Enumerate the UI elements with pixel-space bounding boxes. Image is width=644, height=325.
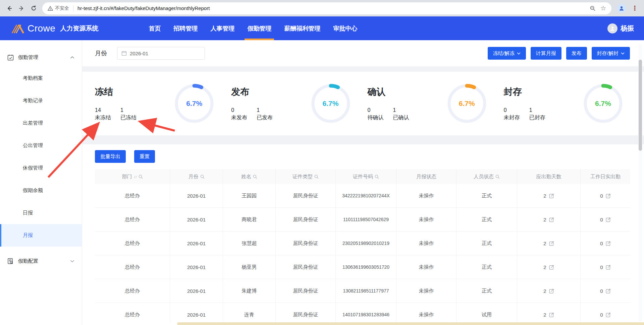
table-body: 总经办 2026-01 王园园 居民身份证 34222219810207244X… [95, 184, 630, 322]
freeze-unfreeze-button[interactable]: 冻结/解冻 [488, 47, 526, 60]
system-name: 人力资源系统 [60, 24, 98, 33]
cell-cert-no: 130821198511177977 [336, 279, 396, 303]
nav-menu-item[interactable]: 假勤管理 [247, 16, 271, 40]
cell-month: 2026-01 [170, 184, 223, 207]
edit-icon[interactable] [549, 312, 554, 317]
bookmark-star-icon[interactable]: ☆ [600, 5, 606, 11]
document-search-icon [7, 258, 14, 264]
cell-person-status: 正式 [457, 255, 517, 279]
sidebar-item[interactable]: 考勤档案 [0, 67, 82, 89]
security-label: 不安全 [55, 5, 69, 11]
status-right-value: 1 [393, 107, 409, 113]
sidebar-item[interactable]: 休假管理 [0, 157, 82, 179]
edit-icon[interactable] [549, 241, 554, 246]
search-icon[interactable] [253, 175, 257, 179]
edit-icon[interactable] [606, 265, 611, 270]
table-header-cell[interactable]: 证件号码 ↓↑ [336, 169, 396, 184]
month-picker-input[interactable]: 2026-01 [117, 47, 205, 60]
reload-icon[interactable] [28, 2, 40, 14]
reset-button[interactable]: 重置 [134, 150, 155, 163]
edit-icon[interactable] [606, 193, 611, 198]
month-label: 月份 [95, 49, 107, 57]
status-left-value: 14 [95, 107, 111, 113]
table-toolbar: 批量导出 重置 [95, 150, 644, 163]
cell-month: 2026-01 [170, 208, 223, 231]
table-row: 总经办 2026-01 杨亚男 居民身份证 130636199603051720… [95, 255, 630, 279]
cell-workday-actual: 0 [581, 232, 630, 255]
sidebar-item[interactable]: 考勤记录 [0, 89, 82, 112]
table-header-cell[interactable]: 工作日实出勤 ↓↑ [581, 169, 630, 184]
url-text[interactable]: hr-test.zjf-it.cn/#/fakeDuty/fakeDutyMan… [77, 5, 590, 11]
table-header-cell[interactable]: 月份 ↓↑ [170, 169, 223, 184]
browser-profile-icon[interactable] [617, 4, 626, 13]
edit-icon[interactable] [606, 217, 611, 222]
nav-menu-item[interactable]: 审批中心 [333, 16, 357, 40]
edit-icon[interactable] [606, 241, 611, 246]
table-header-cell[interactable]: 月报状态 ↓↑ [396, 169, 457, 184]
cell-person-status: 试用 [457, 303, 517, 322]
table-row: 总经办 2026-01 连青 居民身份证 140107198301283946 … [95, 303, 630, 322]
report-table-panel: 批量导出 重置 部门 ↓↑ 月份 ↓↑ 姓名 [82, 144, 644, 325]
search-icon[interactable] [495, 175, 500, 179]
sidebar-item[interactable]: 日报 [0, 202, 82, 224]
cell-report-status: 未操作 [396, 208, 457, 231]
forward-icon[interactable] [15, 2, 28, 14]
nav-menu-item[interactable]: 薪酬福利管理 [284, 16, 320, 40]
vertical-scrollbar[interactable] [638, 44, 642, 322]
sort-icon[interactable]: ↓↑ [134, 175, 137, 179]
calendar-icon [121, 51, 127, 56]
edit-icon[interactable] [549, 193, 554, 198]
cell-workday-actual: 0 [581, 208, 630, 231]
sidebar-item[interactable]: 月报 [0, 224, 82, 247]
sidebar-item[interactable]: 公出管理 [0, 134, 82, 157]
donut-percent-label: 6.7% [173, 83, 215, 124]
cell-cert-no: 34222219810207244X [336, 184, 396, 207]
table-header-cell[interactable]: 部门 ↓↑ [95, 169, 170, 184]
search-icon[interactable] [314, 175, 319, 179]
user-widget[interactable]: 杨振 [607, 23, 634, 34]
edit-icon[interactable] [606, 288, 611, 294]
security-chip[interactable]: 不安全 [48, 5, 73, 11]
search-icon[interactable] [375, 175, 379, 179]
status-card-title: 发布 [231, 86, 273, 98]
calculate-report-button[interactable]: 计算月报 [531, 47, 561, 60]
sidebar-item[interactable]: 假期余额 [0, 179, 82, 202]
edit-icon[interactable] [606, 312, 611, 317]
zoom-icon[interactable] [590, 5, 596, 11]
status-left-label: 待确认 [368, 114, 384, 121]
edit-icon[interactable] [549, 217, 554, 222]
edit-icon[interactable] [549, 288, 554, 294]
sidebar-group-attendance[interactable]: 假勤管理 [0, 48, 82, 67]
nav-menu-item[interactable]: 首页 [149, 16, 161, 40]
publish-button[interactable]: 发布 [566, 47, 587, 60]
horizontal-scrollbar[interactable] [177, 322, 644, 325]
nav-menu-item[interactable]: 招聘管理 [173, 16, 198, 40]
search-icon[interactable] [200, 175, 205, 179]
report-actions: 冻结/解冻 计算月报 发布 封存/解封 [488, 47, 638, 60]
browser-menu-icon[interactable]: ⋮ [629, 4, 641, 12]
vertical-scrollbar-thumb[interactable] [639, 60, 642, 151]
archive-unarchive-button[interactable]: 封存/解封 [592, 47, 630, 60]
table-header-cell[interactable]: 证件类型 ↓↑ [276, 169, 336, 184]
status-right-value: 1 [257, 107, 273, 113]
table-header-cell[interactable]: 应出勤天数 ↓↑ [517, 169, 581, 184]
sidebar-group-config[interactable]: 假勤配置 [0, 251, 82, 271]
table-row: 总经办 2026-01 王园园 居民身份证 34222219810207244X… [95, 184, 630, 208]
status-card: 冻结 14 未冻结 1 已冻结 [95, 72, 231, 135]
edit-icon[interactable] [549, 265, 554, 270]
search-icon[interactable] [139, 175, 143, 179]
cell-department: 总经办 [95, 208, 170, 231]
horizontal-scrollbar-thumb[interactable] [177, 322, 644, 325]
donut-chart: 6.7% [582, 83, 624, 124]
nav-menu-item[interactable]: 人事管理 [210, 16, 234, 40]
status-left-value: 0 [231, 107, 247, 113]
cell-report-status: 未操作 [396, 279, 457, 303]
table-row: 总经办 2026-01 朱建博 居民身份证 130821198511177977… [95, 279, 630, 303]
cell-report-status: 未操作 [396, 255, 457, 279]
back-icon[interactable] [3, 2, 15, 14]
sidebar-item[interactable]: 出差管理 [0, 112, 82, 134]
table-header-cell[interactable]: 姓名 ↓↑ [223, 169, 276, 184]
table-header-cell[interactable]: 人员状态 ↓↑ [457, 169, 517, 184]
batch-export-button[interactable]: 批量导出 [95, 150, 126, 163]
address-bar[interactable]: 不安全 hr-test.zjf-it.cn/#/fakeDuty/fakeDut… [42, 2, 611, 14]
